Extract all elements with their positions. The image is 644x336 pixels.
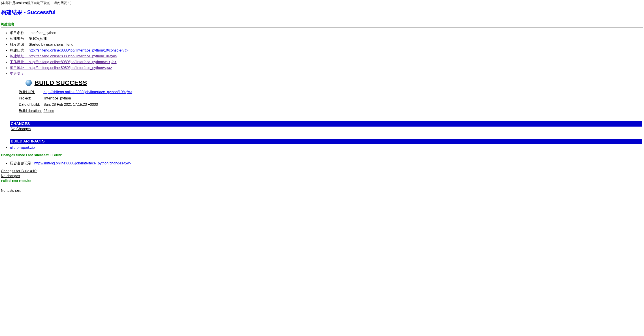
- no-changes-text: No Changes: [10, 127, 643, 132]
- divider: [1, 184, 643, 184]
- divider: [1, 27, 643, 28]
- build-number-value: 第10次构建: [29, 37, 47, 41]
- build-info-heading: 构建信息：: [1, 22, 643, 27]
- list-item: 历史变更记录 : http://shifeng.online:8080/job/…: [10, 161, 643, 166]
- project-label: Project:: [19, 95, 44, 102]
- trigger-value: Started by user chenshifeng: [29, 43, 73, 46]
- project-url-link[interactable]: 项目地址： http://shifeng.online:8080/job/iIn…: [10, 66, 112, 70]
- list-item: 工作目录： http://shifeng.online:8080/job/iIn…: [10, 59, 643, 65]
- table-row: Build URL http://shifeng.online:8080/job…: [19, 89, 134, 95]
- list-item: 项目名称： iInterface_python: [10, 30, 643, 36]
- project-name-value: iInterface_python: [29, 31, 56, 35]
- table-row: Project: iInterface_python: [19, 95, 134, 102]
- date-value: Sun, 28 Feb 2021 17:15:23 +0000: [44, 102, 134, 108]
- no-changes-line: No changes: [1, 174, 643, 179]
- project-name-label: 项目名称：: [10, 31, 28, 35]
- build-success-row: BUILD SUCCESS: [26, 78, 643, 88]
- no-tests-ran: No tests ran.: [1, 189, 643, 193]
- list-item: 构建日志： http://shifeng.online:8080/job/iIn…: [10, 48, 643, 53]
- changes-for-build: Changes for Build #10:: [1, 169, 643, 174]
- history-list: 历史变更记录 : http://shifeng.online:8080/job/…: [1, 161, 643, 166]
- failed-results-heading: Failed Test Results：: [1, 179, 643, 183]
- project-value: iInterface_python: [44, 95, 134, 102]
- list-item: 构建地址： http://shifeng.online:8080/job/iIn…: [10, 54, 643, 59]
- jenkins-notice: (本邮件是Jenkins程序自动下发的，请勿回复！): [1, 1, 643, 5]
- duration-value: 26 sec: [44, 108, 134, 114]
- build-result-title: 构建结果 - Successful: [1, 9, 643, 16]
- build-details-table: Build URL http://shifeng.online:8080/job…: [19, 89, 134, 114]
- history-link[interactable]: http://shifeng.online:8080/job/iInterfac…: [34, 161, 131, 165]
- table-row: Build duration: 26 sec: [19, 108, 134, 114]
- workspace-link[interactable]: 工作目录： http://shifeng.online:8080/job/iIn…: [10, 60, 116, 64]
- build-success-title: BUILD SUCCESS: [34, 78, 87, 88]
- sphere-icon: [26, 80, 32, 86]
- date-label: Date of build:: [19, 102, 44, 108]
- artifacts-bar: BUILD ARTIFACTS: [10, 139, 642, 144]
- list-item: allure-report.zip: [10, 145, 643, 150]
- table-row: Date of build: Sun, 28 Feb 2021 17:15:23…: [19, 102, 134, 108]
- history-label: 历史变更记录 :: [10, 161, 34, 165]
- list-item: 变更集： BUILD SUCCESS Build URL http://shif…: [10, 71, 643, 114]
- build-log-label: 构建日志：: [10, 48, 28, 52]
- build-log-link[interactable]: http://shifeng.online:8080/job/iInterfac…: [29, 48, 128, 52]
- list-item: 构建编号： 第10次构建: [10, 36, 643, 42]
- build-url-label: Build URL: [19, 89, 44, 95]
- build-url-link[interactable]: 构建地址： http://shifeng.online:8080/job/iIn…: [10, 54, 117, 58]
- build-url-value-link[interactable]: http://shifeng.online:8080/job/iInterfac…: [44, 90, 132, 94]
- list-item: 触发原因： Started by user chenshifeng: [10, 42, 643, 47]
- divider: [1, 158, 643, 158]
- artifact-link[interactable]: allure-report.zip: [10, 146, 35, 149]
- changes-bar: CHANGES: [10, 121, 642, 127]
- artifacts-list: allure-report.zip: [1, 145, 643, 150]
- changeset-link[interactable]: 变更集：: [10, 72, 24, 76]
- list-item: 项目地址： http://shifeng.online:8080/job/iIn…: [10, 65, 643, 71]
- build-number-label: 构建编号：: [10, 37, 28, 41]
- build-info-list: 项目名称： iInterface_python 构建编号： 第10次构建 触发原…: [1, 30, 643, 114]
- trigger-label: 触发原因：: [10, 43, 28, 46]
- duration-label: Build duration:: [19, 108, 44, 114]
- changes-since-heading: Changes Since Last Successful Build:: [1, 153, 643, 157]
